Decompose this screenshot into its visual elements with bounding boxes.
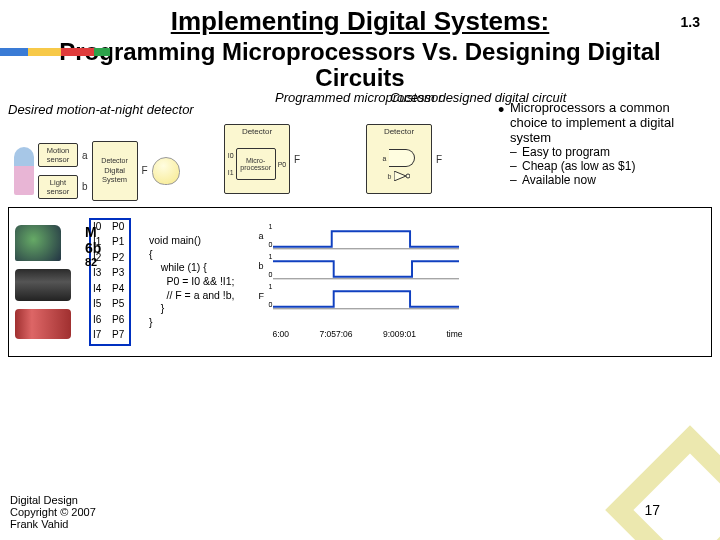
signal-b: b 1 0: [273, 257, 459, 281]
tick-2: 9:009:01: [383, 329, 416, 339]
concept-row: Desired motion-at-night detector Motion …: [0, 94, 720, 201]
pin-right-4: P4: [110, 282, 129, 298]
arrow-a: a: [82, 150, 88, 161]
arrow-b: b: [82, 181, 88, 192]
bullet-list: Microprocessors a common choice to imple…: [496, 100, 696, 201]
detector-box-prog: Detector I0I1 Micro-processor P0: [224, 124, 290, 194]
page-title-line1: Implementing Digital Systems:: [0, 6, 720, 37]
pin-overlay-text: M 6b 82: [85, 224, 101, 268]
chip-photo-sensor: [15, 225, 61, 261]
slide-number: 17: [644, 502, 660, 518]
arrow-f1: F: [142, 165, 148, 176]
chip-photo-dip: [15, 269, 71, 301]
pin-right-2: P2: [110, 251, 129, 267]
code-block: void main() { while (1) { P0 = I0 && !I1…: [149, 234, 235, 329]
chip-photos: [15, 225, 71, 339]
accent-bar: [0, 48, 110, 56]
pin-right-3: P3: [110, 266, 129, 282]
page-title-line2: Programming Microprocessors Vs. Designin…: [40, 39, 680, 92]
pin-right-1: P1: [110, 235, 129, 251]
example-panel: I0P0I1P1I2P2I3P3I4P4I5P5I6P6I7P7 M 6b 82…: [8, 207, 712, 357]
motion-sensor-box: Motion sensor: [38, 143, 78, 167]
pin-left-5: I5: [91, 297, 110, 313]
tick-1: 7:057:06: [319, 329, 352, 339]
tick-0: 6:00: [273, 329, 290, 339]
arrow-f3: F: [436, 154, 442, 165]
chip-photo-red: [15, 309, 71, 339]
pin-right-6: P6: [110, 313, 129, 329]
digital-system-box: Detector Digital System: [92, 141, 138, 201]
decorative-corner: [605, 425, 720, 540]
tick-3: time: [446, 329, 462, 339]
lamp-icon: [152, 157, 180, 185]
programmed-diagram: Detector I0I1 Micro-processor P0 F: [224, 118, 354, 201]
signal-F: F 1 0: [273, 287, 459, 311]
desired-label: Desired motion-at-night detector: [8, 102, 218, 117]
pin-left-6: I6: [91, 313, 110, 329]
and-gate-icon: [389, 149, 415, 167]
timing-diagram: a 1 0 b 1 0 F 1 0 6:00 7:057:06 9:009:01…: [253, 227, 463, 337]
microprocessor-box-1: Micro-processor: [236, 148, 276, 180]
person-icon: [14, 147, 34, 195]
pin-right-5: P5: [110, 297, 129, 313]
page-number-top: 1.3: [681, 14, 700, 30]
pin-left-7: I7: [91, 328, 110, 344]
desired-diagram: Motion sensor Light sensor a b Detector …: [14, 141, 212, 201]
bullet-main: Microprocessors a common choice to imple…: [510, 100, 696, 145]
light-sensor-box: Light sensor: [38, 175, 78, 199]
svg-point-1: [406, 174, 410, 178]
custom-diagram: Detector a b F: [366, 118, 486, 201]
bullet-sub-1: Easy to program: [522, 145, 696, 159]
pin-left-3: I3: [91, 266, 110, 282]
bullet-sub-3: Available now: [522, 173, 696, 187]
arrow-f2: F: [294, 154, 300, 165]
pin-left-4: I4: [91, 282, 110, 298]
pin-right-7: P7: [110, 328, 129, 344]
signal-a: a 1 0: [273, 227, 459, 251]
bullet-sub-2: Cheap (as low as $1): [522, 159, 696, 173]
not-gate-icon: [394, 171, 410, 181]
footer-credit: Digital Design Copyright © 2007 Frank Va…: [10, 494, 96, 530]
pin-right-0: P0: [110, 220, 129, 236]
detector-box-custom: Detector a b: [366, 124, 432, 194]
svg-marker-0: [394, 171, 406, 181]
